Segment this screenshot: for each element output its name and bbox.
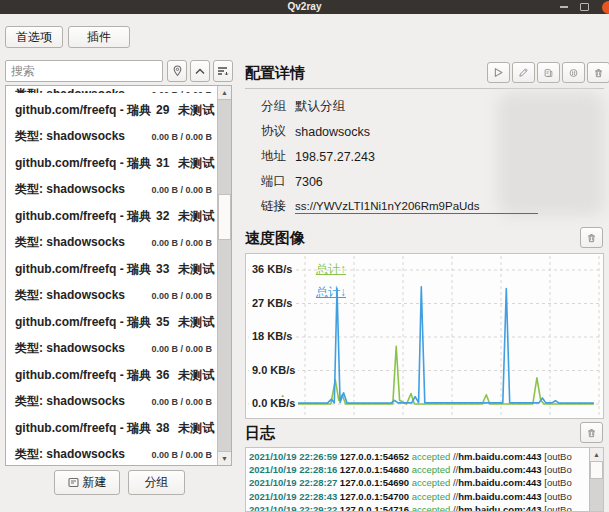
connection-status: 未测试 xyxy=(178,262,214,276)
delete-connection-button[interactable] xyxy=(587,62,609,83)
legend-item[interactable]: 总计↓ xyxy=(316,284,346,301)
detail-value: 默认分组 xyxy=(295,98,345,115)
log-scrollbar-thumb[interactable] xyxy=(590,461,603,479)
detail-value: shadowsocks xyxy=(295,125,370,139)
detail-label: 端口 xyxy=(261,173,286,190)
title-bar: Qv2ray xyxy=(0,0,609,14)
qr-code-icon xyxy=(569,67,578,79)
log-target: hm.baidu.com:443 xyxy=(458,477,541,488)
connection-number: 36 xyxy=(156,368,169,382)
clear-log-button[interactable] xyxy=(580,422,603,443)
log-timestamp: 2021/10/19 22:28:16 xyxy=(249,464,337,475)
type-value: shadowsocks xyxy=(46,129,125,143)
type-label: 类型: xyxy=(15,341,43,355)
trash-icon xyxy=(587,232,596,244)
log-timestamp: 2021/10/19 22:28:43 xyxy=(249,491,337,502)
detail-row-address: 地址 198.57.27.243 xyxy=(261,144,541,169)
connection-name: github.com/freefq - 瑞典 xyxy=(15,209,151,223)
log-timestamp: 2021/10/19 22:26:59 xyxy=(249,451,337,462)
connection-number: 31 xyxy=(156,156,169,170)
share-qr-button[interactable] xyxy=(562,62,585,83)
scroll-down-arrow-icon[interactable]: ▼ xyxy=(218,451,231,465)
connection-number: 29 xyxy=(156,103,169,117)
clear-graph-button[interactable] xyxy=(580,227,603,248)
log-target: hm.baidu.com:443 xyxy=(458,451,541,462)
connection-item[interactable]: github.com/freefq - 瑞典35未测试 类型: shadowso… xyxy=(6,305,218,358)
sort-button[interactable] xyxy=(213,60,233,82)
connection-item[interactable]: github.com/freefq - 瑞典32未测试 类型: shadowso… xyxy=(6,199,218,252)
log-target: hm.baidu.com:443 xyxy=(458,491,541,502)
log-panel: 2021/10/19 22:26:59 127.0.0.1:54652 acce… xyxy=(245,447,604,512)
trash-icon xyxy=(594,67,603,79)
type-label: 类型: xyxy=(15,182,43,196)
type-value: shadowsocks xyxy=(46,394,125,408)
connection-item[interactable]: github.com/freefq - 瑞典33未测试 类型: shadowso… xyxy=(6,252,218,305)
log-source: 127.0.0.1:54716 xyxy=(340,504,409,511)
connection-item[interactable]: github.com/freefq - 瑞典36未测试 类型: shadowso… xyxy=(6,358,218,411)
sort-icon xyxy=(217,66,229,77)
minimize-button[interactable] xyxy=(557,2,571,12)
connection-name: github.com/freefq - 瑞典 xyxy=(15,103,151,117)
connect-button[interactable] xyxy=(487,62,510,83)
log-status: accepted xyxy=(412,504,451,511)
preferences-button[interactable]: 首选项 xyxy=(5,26,63,48)
list-scrollbar[interactable]: ▲ ▼ xyxy=(217,86,231,465)
edit-connection-button[interactable] xyxy=(512,62,535,83)
edit-json-button[interactable] xyxy=(537,62,560,83)
detail-label: 分组 xyxy=(261,98,286,115)
connection-number: 33 xyxy=(156,262,169,276)
connection-item[interactable]: github.com/freefq - 瑞典29未测试 类型: shadowso… xyxy=(6,93,218,146)
type-value: shadowsocks xyxy=(46,341,125,355)
log-timestamp: 2021/10/19 22:29:22 xyxy=(249,504,337,511)
type-label: 类型: xyxy=(15,235,43,249)
group-button[interactable]: 分组 xyxy=(128,470,185,495)
maximize-button[interactable] xyxy=(577,2,591,12)
new-connection-label: 新建 xyxy=(83,474,107,491)
log-status: accepted xyxy=(412,491,451,502)
window-title: Qv2ray xyxy=(0,1,609,12)
new-connection-button[interactable]: 新建 xyxy=(54,470,120,495)
connection-status: 未测试 xyxy=(178,421,214,435)
detail-value: 7306 xyxy=(295,175,323,189)
legend-item[interactable]: 总计↑ xyxy=(316,261,346,278)
connection-list-viewport: 类型: shadowsocks 0.00 B / 0.00 B github.c… xyxy=(6,86,218,465)
connection-item[interactable]: github.com/freefq - 瑞典38未测试 类型: shadowso… xyxy=(6,411,218,464)
scroll-up-arrow-icon[interactable]: ▲ xyxy=(590,448,603,462)
connection-status: 未测试 xyxy=(178,315,214,329)
connection-number: 32 xyxy=(156,209,169,223)
log-tail: [outBo xyxy=(544,451,571,462)
search-input[interactable] xyxy=(5,60,163,82)
log-entry: 2021/10/19 22:26:59 127.0.0.1:54652 acce… xyxy=(249,450,590,463)
connection-name: github.com/freefq - 瑞典 xyxy=(15,315,151,329)
share-link-field[interactable]: ss://YWVzLTI1Ni1nY206Rm9PaUds xyxy=(295,200,538,214)
collapse-button[interactable] xyxy=(190,60,210,82)
log-timestamp: 2021/10/19 22:28:27 xyxy=(249,477,337,488)
connection-number: 35 xyxy=(156,315,169,329)
log-target: hm.baidu.com:443 xyxy=(458,504,541,511)
new-connection-icon xyxy=(68,477,79,488)
connection-name: github.com/freefq - 瑞典 xyxy=(15,421,151,435)
detail-row-port: 端口 7306 xyxy=(261,169,541,194)
detail-value: 198.57.27.243 xyxy=(295,150,375,164)
trash-icon xyxy=(587,427,596,439)
log-lines: 2021/10/19 22:26:59 127.0.0.1:54652 acce… xyxy=(249,450,590,511)
log-entry: 2021/10/19 22:28:16 127.0.0.1:54680 acce… xyxy=(249,463,590,476)
connection-item[interactable]: github.com/freefq - 瑞典31未测试 类型: shadowso… xyxy=(6,146,218,199)
close-button[interactable] xyxy=(601,0,609,14)
connection-name: github.com/freefq - 瑞典 xyxy=(15,368,151,382)
locate-connection-button[interactable] xyxy=(167,60,187,82)
connection-status: 未测试 xyxy=(178,103,214,117)
play-icon xyxy=(494,67,503,78)
log-tail: [outBo xyxy=(544,491,571,502)
connection-number: 38 xyxy=(156,421,169,435)
plugins-button[interactable]: 插件 xyxy=(68,26,130,48)
detail-label: 链接 xyxy=(261,198,286,215)
detail-label: 协议 xyxy=(261,123,286,140)
scroll-up-arrow-icon[interactable]: ▲ xyxy=(218,86,231,100)
speed-graph-title: 速度图像 xyxy=(245,229,305,248)
log-scrollbar[interactable]: ▲ xyxy=(589,448,603,511)
connection-item-partial[interactable]: 类型: shadowsocks 0.00 B / 0.00 B xyxy=(6,86,218,93)
type-label: 类型: xyxy=(15,288,43,302)
list-scrollbar-thumb[interactable] xyxy=(218,194,231,240)
connection-name: github.com/freefq - 瑞典 xyxy=(15,262,151,276)
